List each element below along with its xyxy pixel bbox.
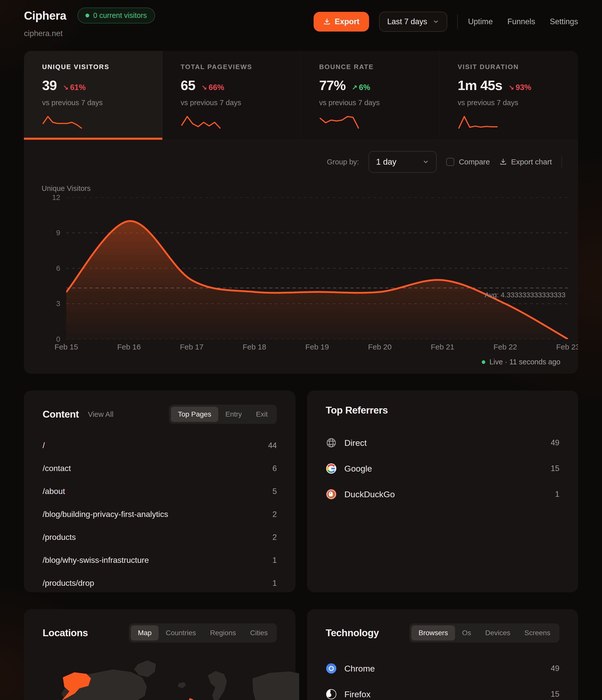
export-button[interactable]: Export — [313, 12, 369, 31]
stat-delta: ↘61% — [63, 83, 86, 92]
tab-entry[interactable]: Entry — [218, 407, 249, 422]
analytics-dashboard: Ciphera 0 current visitors ciphera.net E… — [0, 0, 602, 700]
view-all-link[interactable]: View All — [88, 410, 114, 419]
x-axis-label: Feb 15 — [54, 343, 78, 351]
x-axis-label: Feb 18 — [243, 343, 266, 351]
region-scandinavia — [207, 671, 227, 700]
stats-row: UNIQUE VISITORS 39 ↘61% vs previous 7 da… — [24, 51, 578, 140]
export-label: Export — [335, 17, 359, 26]
visitors-chart: Unique Visitors 129630 Avg: 4.3333333333… — [40, 186, 562, 356]
stat-value: 77% — [319, 77, 346, 93]
tab-top-pages[interactable]: Top Pages — [171, 407, 218, 422]
stat-bounce-rate[interactable]: BOUNCE RATE 77% ↗6% vs previous 7 days — [301, 51, 440, 140]
stat-delta: ↘93% — [508, 83, 531, 92]
site-domain: ciphera.net — [24, 29, 155, 38]
tab-os[interactable]: Os — [455, 625, 478, 641]
current-visitors-label: 0 current visitors — [93, 11, 147, 20]
referrer-row[interactable]: Direct49 — [326, 430, 559, 456]
tab-devices[interactable]: Devices — [478, 625, 518, 641]
page-row[interactable]: /blog/why-swiss-infrastructure1 — [43, 549, 277, 572]
tab-cities[interactable]: Cities — [243, 625, 275, 641]
content-rows: /44 /contact6 /about5 /blog/building-pri… — [43, 434, 277, 592]
current-visitors-badge[interactable]: 0 current visitors — [77, 7, 155, 23]
brand-title: Ciphera — [24, 9, 66, 22]
x-axis-label: Feb 21 — [431, 343, 454, 351]
live-dot-icon — [85, 14, 89, 18]
stat-total-pageviews[interactable]: TOTAL PAGEVIEWS 65 ↘66% vs previous 7 da… — [162, 51, 301, 140]
nav-settings[interactable]: Settings — [550, 17, 578, 26]
world-map-svg — [37, 651, 299, 700]
stat-value: 39 — [42, 77, 57, 93]
duckduckgo-icon — [326, 489, 337, 500]
referrer-rows: Direct49 Google15 DuckDuckGo1 — [326, 430, 559, 507]
main-nav: Uptime Funnels Settings — [468, 17, 578, 26]
chart-controls: Group by: 1 day Compare Export chart — [40, 151, 562, 173]
tab-regions[interactable]: Regions — [203, 625, 243, 641]
tab-exit[interactable]: Exit — [249, 407, 275, 422]
x-axis-label: Feb 23 — [556, 343, 578, 351]
compare-toggle[interactable]: Compare — [446, 157, 490, 166]
country-united-kingdom-highlight — [185, 698, 194, 700]
download-icon — [499, 158, 507, 166]
compare-checkbox[interactable] — [446, 158, 454, 166]
nav-funnels[interactable]: Funnels — [507, 17, 535, 26]
browser-row[interactable]: Chrome49 — [326, 656, 559, 681]
content-tabs: Top Pages Entry Exit — [169, 405, 277, 424]
tab-browsers[interactable]: Browsers — [411, 625, 455, 641]
sparkline — [181, 115, 221, 130]
browser-row[interactable]: Firefox15 — [326, 681, 559, 700]
stat-delta: ↘66% — [201, 83, 224, 92]
locations-card: Locations Map Countries Regions Cities — [24, 609, 296, 700]
line-chart-svg — [66, 197, 568, 339]
tab-map[interactable]: Map — [131, 625, 158, 641]
region-russia-asia — [252, 671, 299, 700]
locations-title: Locations — [43, 627, 88, 639]
average-line-label: Avg: 4.333333333333333 — [485, 291, 566, 299]
page-row[interactable]: /about5 — [43, 480, 277, 503]
chevron-down-icon — [423, 158, 429, 165]
stat-unique-visitors[interactable]: UNIQUE VISITORS 39 ↘61% vs previous 7 da… — [24, 51, 162, 140]
page-row[interactable]: /products/drop1 — [43, 572, 277, 592]
header-controls: Export Last 7 days Uptime Funnels Settin… — [313, 11, 578, 32]
page-row[interactable]: /blog/building-privacy-first-analytics2 — [43, 503, 277, 526]
y-axis-ticks: 129630 — [40, 197, 60, 339]
google-icon — [326, 463, 337, 474]
date-range-value: Last 7 days — [387, 17, 427, 26]
referrers-title: Top Referrers — [326, 405, 388, 416]
chart-section: Group by: 1 day Compare Export chart Uni… — [24, 140, 578, 374]
top-referrers-card: Top Referrers Direct49 Google15 DuckDuck… — [307, 391, 578, 592]
technology-title: Technology — [326, 627, 379, 639]
stat-label: VISIT DURATION — [458, 63, 560, 71]
header-divider — [457, 15, 458, 29]
live-status: Live · 11 seconds ago — [40, 358, 562, 366]
sparkline — [319, 115, 359, 130]
date-range-dropdown[interactable]: Last 7 days — [379, 11, 448, 32]
stat-compare: vs previous 7 days — [319, 99, 421, 107]
stat-visit-duration[interactable]: VISIT DURATION 1m 45s ↘93% vs previous 7… — [440, 51, 578, 140]
tab-screens[interactable]: Screens — [517, 625, 557, 641]
tab-countries[interactable]: Countries — [158, 625, 203, 641]
referrer-row[interactable]: DuckDuckGo1 — [326, 481, 559, 507]
x-axis-labels: Feb 15Feb 16Feb 17Feb 18Feb 19Feb 20Feb … — [66, 343, 568, 354]
stat-label: UNIQUE VISITORS — [42, 63, 144, 71]
stat-value: 1m 45s — [458, 77, 502, 93]
stat-compare: vs previous 7 days — [458, 99, 560, 107]
brand-block: Ciphera 0 current visitors ciphera.net — [24, 7, 155, 38]
chart-plot-area[interactable]: Avg: 4.333333333333333 — [66, 197, 568, 339]
x-axis-label: Feb 19 — [305, 343, 329, 351]
page-row[interactable]: /44 — [43, 434, 277, 457]
stat-label: TOTAL PAGEVIEWS — [181, 63, 283, 71]
world-map[interactable] — [37, 651, 299, 700]
referrer-row[interactable]: Google15 — [326, 456, 559, 481]
stat-label: BOUNCE RATE — [319, 63, 421, 71]
chrome-icon — [326, 663, 337, 674]
x-axis-label: Feb 16 — [117, 343, 141, 351]
stat-compare: vs previous 7 days — [42, 99, 144, 107]
page-row[interactable]: /products2 — [43, 526, 277, 549]
group-by-select[interactable]: 1 day — [369, 151, 436, 173]
technology-tabs: Browsers Os Devices Screens — [409, 623, 559, 643]
nav-uptime[interactable]: Uptime — [468, 17, 493, 26]
export-chart-button[interactable]: Export chart — [499, 157, 552, 166]
page-row[interactable]: /contact6 — [43, 457, 277, 480]
x-axis-label: Feb 20 — [368, 343, 392, 351]
